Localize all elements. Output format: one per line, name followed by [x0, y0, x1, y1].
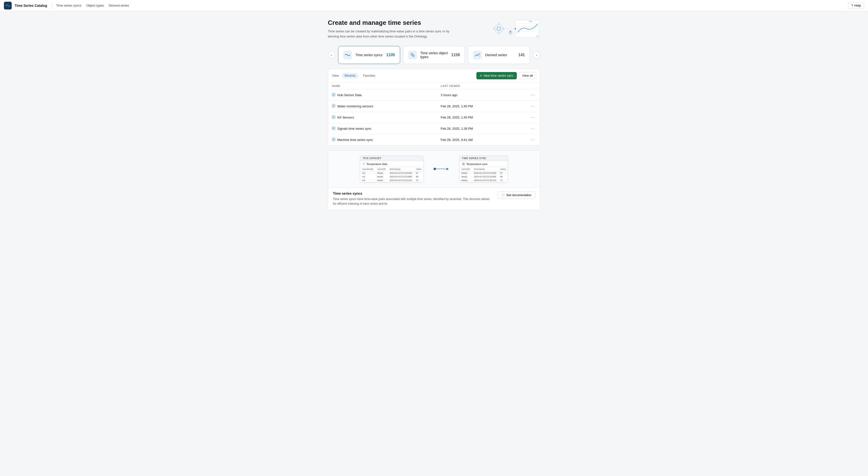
- table-row[interactable]: Signals time series sync Feb 28, 2025, 1…: [328, 123, 540, 134]
- row-name-cell: KK Sensors: [328, 112, 437, 123]
- diagram-row: m1temp12023-01-01T12:23:00Z67: [360, 171, 424, 175]
- row-name-text: Signals time series sync: [337, 127, 371, 130]
- row-name-cell: Hub Sensor Data: [328, 89, 437, 101]
- row-more-button[interactable]: ⋯: [529, 92, 536, 98]
- row-last-viewed: Feb 28, 2025, 9:41 AM: [437, 134, 525, 145]
- app-title: Time Series Catalog: [14, 4, 47, 7]
- row-icon: [332, 138, 335, 142]
- hero-text: Create and manage time series Time serie…: [328, 19, 459, 39]
- row-more-button[interactable]: ⋯: [529, 137, 536, 143]
- diagram-cell: 2023-01-01T12:23:00Z: [388, 171, 414, 175]
- help-button[interactable]: ? Help: [848, 2, 864, 9]
- nav-link-derived[interactable]: Derived series: [108, 3, 129, 8]
- favorites-tab[interactable]: Favorites: [360, 73, 378, 78]
- cards-row: ‹ Time series syncs 1105 Time series obj…: [328, 46, 540, 64]
- diagram-col: value: [498, 167, 508, 171]
- hero-section: Create and manage time series Time serie…: [328, 19, 540, 39]
- diagram-col: value: [414, 167, 424, 171]
- table-row[interactable]: Hub Sensor Data 3 hours ago ⋯: [328, 89, 540, 101]
- diagram-cell: 68: [414, 175, 424, 179]
- card-object-types[interactable]: Time series object types 1158: [403, 46, 465, 64]
- tick-dataset-header: TICK DATASET: [360, 156, 424, 161]
- table-panel: View Recents Favorites + New time series…: [328, 69, 540, 145]
- view-label: View: [332, 74, 339, 77]
- panel-toolbar: View Recents Favorites + New time series…: [328, 69, 540, 82]
- diagram-cell: 2023-01-01T12:23:00Z: [472, 171, 498, 175]
- time-series-sync-table: seriesIDtimestampvalue temp12023-01-01T1…: [460, 167, 508, 182]
- next-card-button[interactable]: ›: [533, 52, 540, 59]
- diagram-row: m1temp12023-01-01T12:24:88Z68: [360, 175, 424, 179]
- row-last-viewed: Feb 28, 2025, 1:39 PM: [437, 123, 525, 134]
- view-all-button[interactable]: View all: [519, 72, 536, 79]
- table-row[interactable]: Machine time series sync Feb 28, 2025, 9…: [328, 134, 540, 145]
- bottom-text: Time series syncs Time series syncs stor…: [333, 192, 493, 206]
- diagram-row: temp12023-01-01T12:23:00Z67: [460, 171, 508, 175]
- diagram-cell: m1: [360, 179, 375, 182]
- row-icon: [332, 115, 335, 120]
- row-icon: [332, 93, 335, 97]
- row-name-text: Water monitoring sensors: [337, 104, 373, 108]
- card-derived-series[interactable]: Derived series 141: [468, 46, 530, 64]
- row-actions-cell: ⋯: [525, 123, 540, 134]
- diagram-cell: m1: [360, 175, 375, 179]
- diagram-row: m1temp12023-01-01T12:25:21Z71: [360, 179, 424, 182]
- row-actions-cell: ⋯: [525, 134, 540, 145]
- row-more-button[interactable]: ⋯: [529, 114, 536, 120]
- nav-link-syncs[interactable]: Time series syncs: [56, 3, 82, 8]
- derived-series-card-icon: [473, 50, 482, 59]
- hero-illustration: [492, 19, 540, 38]
- table-row[interactable]: Water monitoring sensors Feb 28, 2025, 1…: [328, 101, 540, 112]
- time-series-sync-title: 🏠 Temperature sync: [460, 161, 508, 167]
- nav-links: Time series syncs Object types Derived s…: [56, 3, 129, 8]
- diagram-connector: ►: [434, 167, 450, 171]
- col-name: NAME: [328, 82, 437, 90]
- svg-point-13: [412, 55, 414, 57]
- row-name-text: Hub Sensor Data: [337, 93, 362, 97]
- diagram-cell: m1: [360, 171, 375, 175]
- row-name-text: Machine time series sync: [337, 138, 373, 142]
- table-head: NAME LAST VIEWED: [328, 82, 540, 90]
- svg-point-6: [497, 27, 500, 30]
- bottom-text-area: Time series syncs Time series syncs stor…: [328, 188, 540, 210]
- diagram-cell: 67: [414, 171, 424, 175]
- row-more-button[interactable]: ⋯: [529, 103, 536, 109]
- derived-series-card-label: Derived series: [485, 53, 515, 57]
- recents-tab[interactable]: Recents: [342, 73, 358, 78]
- col-last-viewed: LAST VIEWED: [437, 82, 525, 90]
- diagram-col: seriesID: [460, 167, 472, 171]
- row-name-text: KK Sensors: [337, 115, 354, 119]
- diagram-cell: 71: [498, 179, 508, 182]
- diagram-cell: 67: [498, 171, 508, 175]
- connector-dot: [434, 168, 436, 170]
- table-row[interactable]: KK Sensors Feb 28, 2025, 1:40 PM ⋯: [328, 112, 540, 123]
- diagram-area: TICK DATASET ☷ Temperature data machineI…: [328, 150, 540, 188]
- row-more-button[interactable]: ⋯: [529, 126, 536, 131]
- hero-description: Time series can be created by materializ…: [328, 29, 459, 39]
- row-actions-cell: ⋯: [525, 89, 540, 101]
- doc-icon: 📄: [501, 194, 505, 197]
- help-label: Help: [855, 4, 861, 7]
- object-types-card-label: Time series object types: [421, 51, 448, 59]
- prev-card-button[interactable]: ‹: [328, 52, 335, 59]
- diagram-cell: temp1: [375, 179, 388, 182]
- syncs-card-label: Time series syncs: [355, 53, 383, 57]
- help-icon: ?: [851, 4, 853, 7]
- main-content: Create and manage time series Time serie…: [322, 11, 546, 218]
- object-types-card-count: 1158: [451, 53, 460, 57]
- diagram-cell: temp1: [460, 179, 472, 182]
- see-documentation-button[interactable]: 📄 See documentation: [498, 192, 535, 199]
- time-series-sync-box: TIME SERIES SYNC 🏠 Temperature sync seri…: [459, 156, 508, 182]
- row-last-viewed: 3 hours ago: [437, 89, 525, 101]
- diagram-cell: 71: [414, 179, 424, 182]
- diagram-cell: temp1: [375, 171, 388, 175]
- row-icon: [332, 127, 335, 131]
- diagram-cell: 2023-01-01T12:25:21Z: [472, 179, 498, 182]
- card-time-series-syncs[interactable]: Time series syncs 1105: [338, 46, 400, 64]
- diagram-cell: temp1: [460, 175, 472, 179]
- diagram-cell: 68: [498, 175, 508, 179]
- new-time-series-sync-button[interactable]: + New time series sync: [476, 72, 517, 79]
- diagram-cell: temp1: [375, 175, 388, 179]
- row-actions-cell: ⋯: [525, 112, 540, 123]
- app-logo[interactable]: [4, 2, 12, 9]
- nav-link-objects[interactable]: Object types: [86, 3, 104, 8]
